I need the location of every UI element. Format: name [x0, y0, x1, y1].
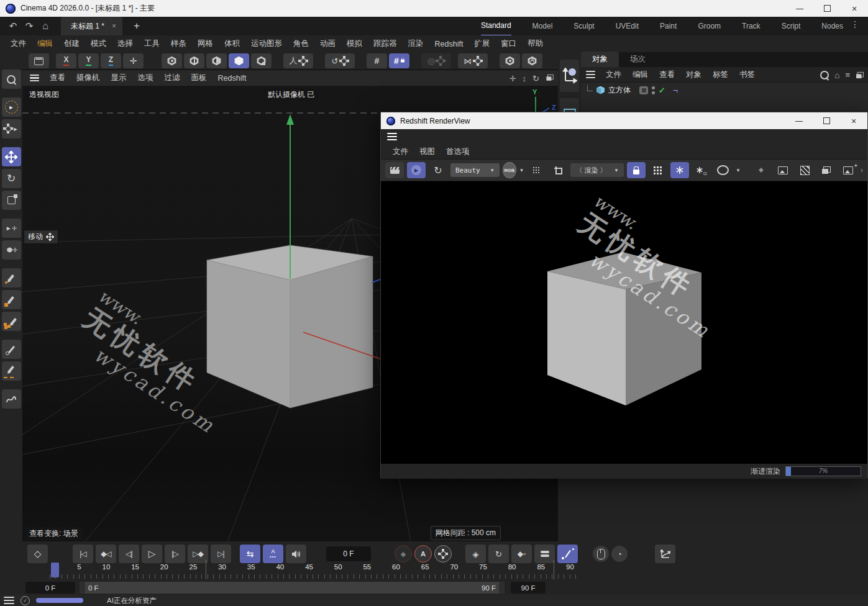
autokey-range-button[interactable]: A▪▪▪: [263, 545, 283, 563]
rv-crop-button[interactable]: [549, 162, 567, 178]
om-menu-file[interactable]: 文件: [600, 70, 627, 80]
rv-channel-arrow-icon[interactable]: ▼: [519, 168, 524, 173]
tweak-tool[interactable]: ►: [2, 119, 21, 138]
menu-help[interactable]: 帮助: [522, 38, 549, 49]
lock-z-button[interactable]: Z: [101, 53, 121, 68]
multi-transform-tool[interactable]: ✛: [2, 240, 21, 260]
menu-render[interactable]: 渲染: [403, 38, 429, 49]
dolly-view-icon[interactable]: ↕: [523, 74, 527, 83]
vp-menu-panel[interactable]: 面板: [186, 73, 212, 83]
rv-close-button[interactable]: ×: [840, 112, 867, 129]
dial-nav-button[interactable]: ◔: [611, 546, 628, 562]
rv-mode-dropdown[interactable]: 〈 渲染 〉 ▼: [570, 163, 624, 177]
snap-grid-button[interactable]: #: [367, 53, 387, 68]
transform-tool[interactable]: ►✛: [2, 219, 21, 238]
start-frame-field[interactable]: 0 F: [25, 582, 75, 594]
spline-pen-tool[interactable]: [2, 268, 21, 287]
live-selection-tool[interactable]: ►: [2, 97, 21, 117]
move-tool[interactable]: [2, 147, 21, 166]
vp-menu-view[interactable]: 查看: [44, 73, 71, 83]
vp-menu-cameras[interactable]: 摄像机: [71, 73, 106, 83]
tab-objects[interactable]: 对象: [581, 52, 619, 67]
layout-tab-script[interactable]: Script: [782, 17, 801, 35]
rv-minimize-button[interactable]: —: [785, 112, 813, 129]
rotate-view-icon[interactable]: ↻: [532, 74, 539, 83]
symmetry-button[interactable]: ⋈: [458, 53, 488, 68]
om-menu-bookmarks[interactable]: 书签: [734, 70, 761, 80]
phong-tag-icon[interactable]: ⌐: [673, 85, 678, 95]
document-tab[interactable]: 未标题 1 * ×: [61, 17, 122, 35]
fields-button[interactable]: ◎: [421, 53, 451, 68]
layout-overflow-menu[interactable]: ⋮: [851, 19, 859, 29]
om-menu-view[interactable]: 查看: [654, 70, 680, 80]
menu-extensions[interactable]: 扩展: [468, 38, 495, 49]
menu-mesh[interactable]: 网格: [192, 38, 219, 49]
freehand-spline-tool[interactable]: [2, 389, 21, 409]
coordinate-system-button[interactable]: ✛: [123, 53, 144, 68]
menu-edit[interactable]: 编辑: [32, 38, 58, 49]
spline-smooth-tool[interactable]: [2, 290, 21, 309]
rv-menu-preferences[interactable]: 首选项: [441, 147, 475, 157]
simulation-tools-button[interactable]: ↺: [325, 53, 355, 68]
rv-menu-file[interactable]: 文件: [387, 147, 414, 157]
frame-range-slider[interactable]: 0 F 90 F: [80, 582, 505, 594]
mouse-nav-button[interactable]: [593, 546, 609, 562]
keyframe-button[interactable]: ◇: [27, 545, 48, 563]
visibility-dots[interactable]: [652, 86, 655, 94]
undo-button[interactable]: ↶: [5, 18, 21, 34]
rv-burger-icon[interactable]: [387, 133, 397, 140]
next-frame-button[interactable]: |▷: [165, 545, 185, 563]
coordinates-panel-button[interactable]: [560, 60, 579, 92]
rv-restart-button[interactable]: ↻: [429, 162, 447, 178]
solo-object-button[interactable]: [500, 53, 520, 68]
solo-auto-button[interactable]: A: [522, 53, 542, 68]
keyframe-settings-button[interactable]: [434, 545, 452, 563]
menu-volume[interactable]: 体积: [219, 38, 245, 49]
menu-tracker[interactable]: 跟踪器: [368, 38, 403, 49]
snap-grid-lock-button[interactable]: #: [389, 53, 409, 68]
vp-menu-filter[interactable]: 过滤: [159, 73, 186, 83]
current-frame-field[interactable]: 0 F: [326, 546, 371, 561]
character-tools-button[interactable]: 人: [283, 53, 313, 68]
menu-spline[interactable]: 样条: [165, 38, 192, 49]
rv-white-balance-button[interactable]: [714, 162, 733, 178]
layout-tab-nodes[interactable]: Nodes: [821, 17, 843, 35]
rv-channel-badge[interactable]: RGB: [503, 162, 516, 178]
om-menu-tags[interactable]: 标签: [707, 70, 734, 80]
key-parameter-button[interactable]: [534, 545, 555, 563]
object-row-cube[interactable]: 立方体 ✓ ⌐: [581, 83, 868, 97]
autokey-button[interactable]: A: [414, 545, 432, 563]
menu-tools[interactable]: 工具: [139, 38, 165, 49]
tab-takes[interactable]: 场次: [619, 52, 657, 67]
prev-frame-button[interactable]: ◁|: [119, 545, 139, 563]
close-button[interactable]: ×: [841, 0, 868, 17]
lock-y-button[interactable]: Y: [78, 53, 99, 68]
menu-create[interactable]: 创建: [58, 38, 85, 49]
renderview-titlebar[interactable]: Redshift RenderView — ×: [381, 112, 867, 129]
rotate-tool[interactable]: ↻: [2, 169, 21, 188]
menu-window[interactable]: 窗口: [495, 38, 522, 49]
spline-scatter-tool[interactable]: [2, 312, 21, 331]
sound-button[interactable]: [286, 545, 306, 563]
menu-animation[interactable]: 动画: [314, 38, 341, 49]
rv-maximize-button[interactable]: [813, 112, 840, 129]
key-rotation-button[interactable]: ↻: [488, 545, 509, 563]
rv-menu-view[interactable]: 视图: [414, 147, 441, 157]
menu-mode[interactable]: 模式: [85, 38, 112, 49]
om-home-icon[interactable]: ⌂: [834, 70, 839, 80]
layout-tab-uvedit[interactable]: UVEdit: [616, 17, 639, 35]
goto-start-button[interactable]: |◁: [73, 545, 93, 563]
rv-add-snapshot-button[interactable]: +: [839, 162, 857, 178]
om-menu-edit[interactable]: 编辑: [627, 70, 654, 80]
scale-tool[interactable]: [2, 191, 21, 210]
layout-tab-model[interactable]: Model: [532, 17, 553, 35]
search-tool[interactable]: [2, 70, 21, 89]
menu-redshift[interactable]: Redshift: [429, 40, 469, 48]
prev-key-button[interactable]: ◆◁: [96, 545, 116, 563]
vp-menu-options[interactable]: 选项: [132, 73, 159, 83]
goto-end-button[interactable]: ▷|: [211, 545, 231, 563]
rv-aov-dropdown[interactable]: Beauty ▼: [450, 163, 500, 177]
pan-view-icon[interactable]: ✛: [509, 74, 516, 83]
menu-character[interactable]: 角色: [288, 38, 314, 49]
mode-points-button[interactable]: [162, 53, 182, 68]
